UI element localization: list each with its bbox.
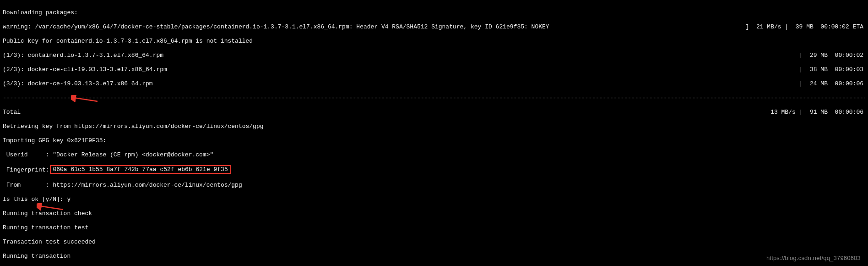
line-importing-key: Importing GPG key 0x621E9F35: <box>3 137 865 144</box>
confirm-prompt: Is this ok [y/N]: <box>3 196 67 203</box>
fingerprint-label: Fingerprint: <box>3 166 49 173</box>
line-warning: warning: /var/cache/yum/x86_64/7/docker-… <box>3 23 865 31</box>
line-trans-ok: Transaction test succeeded <box>3 238 865 246</box>
pkg-row: (2/3): docker-ce-cli-19.03.13-3.el7.x86_… <box>3 66 865 73</box>
pkg-row: (3/3): docker-ce-19.03.13-3.el7.x86_64.r… <box>3 80 865 88</box>
line-trans-run: Running transaction <box>3 253 865 260</box>
fingerprint-highlight: 060a 61c5 1b55 8a7f 742b 77aa c52f eb6b … <box>50 165 230 174</box>
fingerprint-value: 060a 61c5 1b55 8a7f 742b 77aa c52f eb6b … <box>53 166 228 173</box>
pkg-stats: | 29 MB 00:00:02 <box>799 52 865 59</box>
warning-progress: ] 21 MB/s | 39 MB 00:00:02 ETA <box>746 23 865 31</box>
line-downloading: Downloading packages: <box>3 9 865 17</box>
confirm-answer: y <box>67 196 71 203</box>
line-userid: Userid : "Docker Release (CE rpm) <docke… <box>3 151 865 159</box>
line-trans-check: Running transaction check <box>3 210 865 217</box>
line-from: From : https://mirrors.aliyun.com/docker… <box>3 182 865 189</box>
pkg-name: (3/3): docker-ce-19.03.13-3.el7.x86_64.r… <box>3 80 153 88</box>
pkg-row: (1/3): containerd.io-1.3.7-3.1.el7.x86_6… <box>3 52 865 59</box>
terminal-output[interactable]: Downloading packages: warning: /var/cach… <box>0 0 868 266</box>
line-retrieve-key: Retrieving key from https://mirrors.aliy… <box>3 123 865 130</box>
line-pubkey: Public key for containerd.io-1.3.7-3.1.e… <box>3 38 865 45</box>
pkg-name: (1/3): containerd.io-1.3.7-3.1.el7.x86_6… <box>3 52 163 59</box>
pkg-stats: | 38 MB 00:00:03 <box>799 66 865 73</box>
separator-dashes: ----------------------------------------… <box>3 94 865 102</box>
line-fingerprint: Fingerprint:060a 61c5 1b55 8a7f 742b 77a… <box>3 166 865 175</box>
watermark-text: https://blog.csdn.net/qq_37960603 <box>766 255 861 262</box>
total-label: Total <box>3 109 21 116</box>
total-row: Total 13 MB/s | 91 MB 00:00:06 <box>3 109 865 116</box>
confirm-prompt-line[interactable]: Is this ok [y/N]: y <box>3 196 865 203</box>
pkg-name: (2/3): docker-ce-cli-19.03.13-3.el7.x86_… <box>3 66 167 73</box>
line-trans-test: Running transaction test <box>3 224 865 232</box>
warning-text: warning: /var/cache/yum/x86_64/7/docker-… <box>3 23 549 31</box>
pkg-stats: | 24 MB 00:00:06 <box>799 80 865 88</box>
total-stats: 13 MB/s | 91 MB 00:00:06 <box>770 109 865 116</box>
